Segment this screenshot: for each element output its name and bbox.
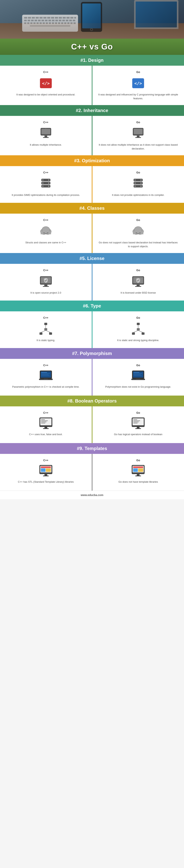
polymorphism-go-icon [131, 369, 146, 383]
svg-rect-89 [133, 422, 139, 422]
templates-cpp-label: C++ [43, 459, 48, 462]
svg-rect-50 [44, 328, 47, 331]
section-design-header: #1. Design [0, 55, 184, 66]
inheritance-go-cell: Go It does not allow multiple inheritanc… [93, 116, 184, 155]
section-templates-content: C++ C++ has STL (Standard Template Libra… [0, 454, 184, 491]
section-type-header: #6. Type [0, 301, 184, 311]
svg-rect-74 [134, 375, 142, 376]
svg-rect-14 [42, 180, 43, 181]
license-cpp-icon [39, 274, 53, 288]
svg-rect-88 [133, 421, 140, 421]
section-inheritance-title: #2. Inheritance [3, 108, 181, 113]
svg-point-30 [141, 186, 142, 187]
section-design-title: #1. Design [3, 58, 181, 63]
svg-rect-65 [41, 374, 48, 375]
svg-rect-38 [133, 231, 143, 234]
templates-go-text: Go does not have template libraries [118, 480, 158, 484]
section-license-title: #5. License [3, 256, 181, 261]
polymorphism-cpp-cell: C++ Parametric polymorphism in C++ is ch… [0, 359, 92, 396]
svg-rect-71 [134, 372, 139, 373]
svg-rect-106 [135, 475, 141, 476]
svg-rect-104 [138, 468, 143, 472]
svg-line-52 [41, 331, 46, 332]
svg-rect-72 [134, 373, 142, 374]
templates-go-cell: Go Go does not have template libraries [93, 454, 184, 491]
inheritance-cpp-text: It allows multiple inheritance. [30, 143, 62, 147]
optimization-go-text: It does not provide optimizations in its… [112, 193, 164, 197]
license-go-icon [131, 274, 145, 288]
svg-rect-34 [41, 231, 51, 234]
optimization-go-icon [131, 176, 145, 191]
boolean-cpp-icon [38, 416, 53, 430]
classes-go-cell: Go Go does not support class based decla… [93, 214, 184, 253]
optimization-cpp-text: It provides SIMD optimizations during it… [12, 193, 80, 197]
boolean-go-text: Go has logical operators instead of bool… [114, 432, 162, 436]
svg-line-60 [138, 331, 143, 332]
svg-rect-45 [137, 285, 140, 286]
svg-rect-29 [134, 186, 136, 187]
svg-line-53 [46, 331, 50, 332]
type-go-label: Go [137, 316, 140, 319]
design-cpp-cell: C++ </> It was designed to be object ori… [0, 66, 92, 105]
section-templates-title: #9. Templates [3, 446, 181, 451]
svg-rect-42 [43, 286, 49, 287]
svg-rect-102 [133, 466, 143, 468]
inheritance-go-icon [131, 126, 145, 141]
classes-cpp-icon [39, 224, 53, 238]
section-optimization-content: C++ It provides SIMD optimizations durin… [0, 166, 184, 203]
svg-rect-5 [41, 129, 50, 134]
section-license-header: #5. License [0, 253, 184, 264]
section-optimization-title: #3. Optimization [3, 158, 181, 163]
section-polymorphism-header: #7. Polymorphism [0, 348, 184, 359]
svg-line-59 [133, 331, 138, 332]
svg-rect-17 [42, 183, 43, 184]
polymorphism-go-cell: Go Polymorphism does not exist in Go pro… [93, 359, 184, 396]
section-inheritance-header: #2. Inheritance [0, 105, 184, 116]
section-boolean-header: #8. Boolean Operators [0, 396, 184, 406]
section-polymorphism-title: #7. Polymorphism [3, 351, 181, 356]
svg-rect-99 [43, 475, 49, 476]
svg-rect-55 [132, 332, 135, 335]
license-go-text: It is licensed under BSD license [121, 291, 156, 295]
optimization-go-label: Go [137, 171, 140, 174]
svg-text:</>: </> [134, 81, 142, 86]
type-cpp-text: It is static typing. [37, 338, 55, 342]
title-bar: C++ vs Go [0, 39, 184, 55]
type-cpp-cell: C++ It is static typing. [0, 311, 92, 348]
laptop-decoration [134, 0, 178, 29]
svg-rect-105 [137, 474, 140, 475]
svg-point-21 [48, 186, 49, 187]
main-title: C++ vs Go [4, 42, 180, 51]
svg-rect-47 [44, 323, 47, 325]
svg-rect-46 [135, 286, 141, 287]
design-cpp-label: C++ [43, 70, 48, 73]
svg-point-27 [141, 183, 142, 184]
type-go-icon [131, 321, 146, 336]
svg-rect-68 [44, 379, 48, 379]
optimization-cpp-cell: C++ It provides SIMD optimizations durin… [0, 166, 92, 203]
boolean-cpp-cell: C++ C++ uses true, false and bool. [0, 406, 92, 443]
design-go-cell: Go </> It was designed and influenced by… [93, 66, 184, 105]
type-cpp-label: C++ [43, 316, 48, 319]
svg-rect-92 [135, 428, 141, 429]
svg-point-24 [141, 180, 142, 181]
classes-cpp-text: Structs and classes are same in C++ [26, 241, 66, 245]
templates-go-icon [131, 464, 146, 478]
type-cpp-icon [38, 321, 53, 336]
boolean-go-cell: Go Go has logical operators instead of b… [93, 406, 184, 443]
svg-rect-11 [137, 135, 140, 137]
classes-go-text: Go does not support class based declarat… [98, 241, 178, 248]
inheritance-cpp-cell: C++ It allows multiple inheritance. [0, 116, 92, 155]
section-design-content: C++ </> It was designed to be object ori… [0, 66, 184, 105]
polymorphism-go-text: Polymorphism does not exist in Go progra… [105, 385, 171, 389]
svg-text:</>: </> [42, 81, 50, 86]
license-cpp-cell: C++ It is open source project 2.0 [0, 264, 92, 301]
section-classes-title: #4. Classes [3, 206, 181, 211]
svg-rect-90 [133, 423, 138, 423]
templates-cpp-icon [38, 464, 53, 478]
section-classes-header: #4. Classes [0, 203, 184, 214]
svg-rect-63 [41, 372, 47, 373]
boolean-cpp-text: C++ uses true, false and bool. [29, 432, 63, 436]
section-inheritance-content: C++ It allows multiple inheritance. Go [0, 116, 184, 155]
svg-rect-91 [137, 427, 140, 428]
